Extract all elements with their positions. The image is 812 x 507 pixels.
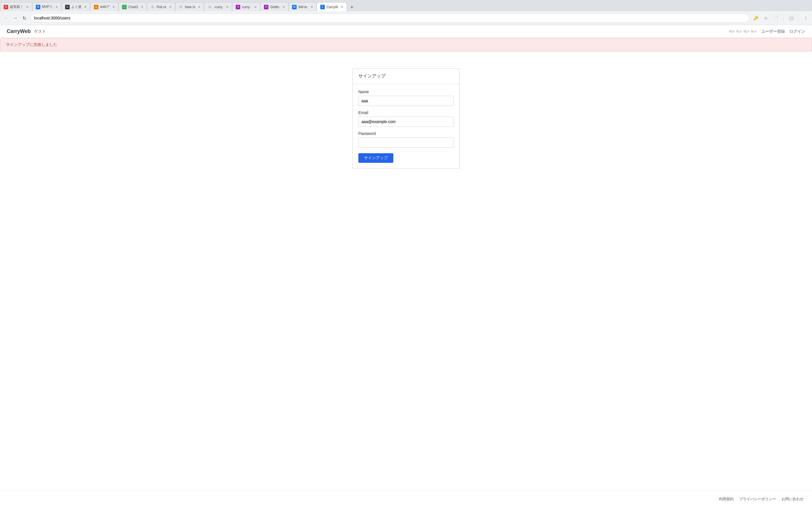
tab-favicon-5: C bbox=[122, 5, 126, 9]
tab-12[interactable]: C CarryW ✕ bbox=[317, 2, 347, 11]
tab-favicon-9: H bbox=[236, 5, 240, 9]
page-footer: 利用規約 プライバシーポリシー お問い合わせ bbox=[0, 491, 812, 507]
back-button[interactable]: ← bbox=[2, 14, 10, 22]
signup-button[interactable]: サインアップ bbox=[358, 153, 393, 163]
tab-label-8: -curry bbox=[214, 5, 223, 9]
bookmark-button[interactable]: ☆ bbox=[762, 14, 770, 22]
tab-4[interactable]: w webア ✕ bbox=[90, 2, 118, 11]
tab-label-10: Gettin bbox=[270, 5, 280, 9]
tab-label-5: ChatG bbox=[128, 5, 138, 9]
password-group: Password bbox=[358, 131, 454, 148]
tab-6[interactable]: ⬡ Pull re ✕ bbox=[147, 2, 175, 11]
tab-close-6[interactable]: ✕ bbox=[168, 5, 172, 9]
main-content: サインアップ Name Email Password サインアップ bbox=[0, 52, 812, 491]
tab-close-2[interactable]: ✕ bbox=[54, 5, 59, 9]
tab-7[interactable]: ⬡ New Is ✕ bbox=[175, 2, 204, 11]
tab-close-8[interactable]: ✕ bbox=[225, 5, 230, 9]
forward-button[interactable]: → bbox=[11, 14, 19, 22]
divider bbox=[783, 15, 783, 21]
menu-button[interactable]: ⋮ bbox=[802, 14, 810, 22]
contact-link[interactable]: お問い合わせ bbox=[781, 497, 804, 502]
tab-favicon-8: ⬡ bbox=[207, 5, 212, 9]
signup-title: サインアップ bbox=[358, 73, 386, 78]
tab-10[interactable]: H Gettin ✕ bbox=[260, 2, 289, 11]
browser-chrome: R 超実践！ ✕ M MVPリ ✕ N よく使 ✕ w webア ✕ C Cha… bbox=[0, 0, 812, 25]
tab-label-6: Pull re bbox=[157, 5, 166, 9]
tab-label-11: We're bbox=[298, 5, 308, 9]
app-header: CarryWeb ゲスト %> %> %> %> ユーザー登録 ログイン bbox=[0, 25, 812, 38]
email-group: Email bbox=[358, 110, 454, 127]
privacy-link[interactable]: プライバシーポリシー bbox=[739, 497, 776, 502]
url-input[interactable] bbox=[34, 16, 746, 20]
tab-1[interactable]: R 超実践！ ✕ bbox=[0, 2, 32, 11]
template-vars: %> %> %> %> bbox=[729, 29, 757, 34]
tab-label-12: CarryW bbox=[326, 5, 338, 9]
tab-close-7[interactable]: ✕ bbox=[197, 5, 201, 9]
tab-close-10[interactable]: ✕ bbox=[282, 5, 286, 9]
tab-favicon-1: R bbox=[4, 5, 8, 9]
tab-favicon-3: N bbox=[65, 5, 70, 9]
password-label: Password bbox=[358, 131, 454, 136]
url-bar[interactable] bbox=[31, 13, 749, 22]
register-link[interactable]: ユーザー登録 bbox=[761, 29, 785, 34]
alert-banner: サインアップに失敗しました bbox=[0, 38, 812, 52]
tab-close-11[interactable]: ✕ bbox=[310, 5, 314, 9]
signup-card: サインアップ Name Email Password サインアップ bbox=[352, 68, 460, 169]
terms-link[interactable]: 利用規約 bbox=[719, 497, 733, 502]
app-header-right: %> %> %> %> ユーザー登録 ログイン bbox=[729, 29, 805, 34]
browser-actions: 🔑 ☆ 📄 ⬜ ⋮ bbox=[752, 14, 810, 22]
tab-close-4[interactable]: ✕ bbox=[111, 5, 116, 9]
app-header-left: CarryWeb ゲスト bbox=[7, 29, 46, 34]
divider-2 bbox=[798, 15, 799, 21]
tab-3[interactable]: N よく使 ✕ bbox=[61, 2, 90, 11]
tab-close-5[interactable]: ✕ bbox=[140, 5, 144, 9]
tab-2[interactable]: M MVPリ ✕ bbox=[32, 2, 61, 11]
address-bar: ← → ↻ 🔑 ☆ 📄 ⬜ ⋮ bbox=[0, 11, 812, 25]
app-user: ゲスト bbox=[34, 29, 46, 34]
tab-8[interactable]: ⬡ -curry ✕ bbox=[204, 2, 232, 11]
tab-bar: R 超実践！ ✕ M MVPリ ✕ N よく使 ✕ w webア ✕ C Cha… bbox=[0, 0, 812, 11]
password-input[interactable] bbox=[358, 137, 454, 148]
name-group: Name bbox=[358, 90, 454, 106]
tab-close-12[interactable]: ✕ bbox=[340, 5, 344, 9]
reload-button[interactable]: ↻ bbox=[20, 14, 28, 22]
tab-5[interactable]: C ChatG ✕ bbox=[118, 2, 147, 11]
app-logo: CarryWeb bbox=[7, 29, 31, 34]
signup-card-body: Name Email Password サインアップ bbox=[353, 84, 459, 168]
signup-card-header: サインアップ bbox=[353, 69, 459, 84]
tab-label-2: MVPリ bbox=[42, 4, 53, 9]
password-manager-icon[interactable]: 🔑 bbox=[752, 14, 760, 22]
split-view-button[interactable]: ⬜ bbox=[787, 14, 795, 22]
page: CarryWeb ゲスト %> %> %> %> ユーザー登録 ログイン サイン… bbox=[0, 25, 812, 507]
login-link[interactable]: ログイン bbox=[790, 29, 805, 34]
tab-9[interactable]: H curry- ✕ bbox=[232, 2, 260, 11]
tab-favicon-12: C bbox=[320, 5, 325, 9]
tab-label-9: curry- bbox=[242, 5, 252, 9]
alert-message: サインアップに失敗しました bbox=[6, 42, 57, 47]
email-input[interactable] bbox=[358, 117, 454, 127]
email-label: Email bbox=[358, 110, 454, 115]
tab-favicon-6: ⬡ bbox=[151, 5, 155, 9]
new-tab-button[interactable]: + bbox=[348, 3, 356, 11]
tab-label-1: 超実践！ bbox=[10, 4, 23, 9]
tab-favicon-2: M bbox=[36, 5, 40, 9]
tab-label-4: webア bbox=[100, 4, 110, 9]
name-input[interactable] bbox=[358, 96, 454, 106]
tab-favicon-4: w bbox=[94, 5, 98, 9]
tab-close-9[interactable]: ✕ bbox=[253, 5, 258, 9]
tab-favicon-11: W bbox=[292, 5, 297, 9]
name-label: Name bbox=[358, 90, 454, 94]
tab-close-1[interactable]: ✕ bbox=[25, 5, 30, 9]
tab-11[interactable]: W We're ✕ bbox=[289, 2, 317, 11]
tab-favicon-10: H bbox=[264, 5, 268, 9]
tab-label-3: よく使 bbox=[71, 4, 82, 9]
reader-mode-button[interactable]: 📄 bbox=[772, 14, 780, 22]
tab-label-7: New Is bbox=[185, 5, 195, 9]
nav-buttons: ← → ↻ bbox=[2, 14, 28, 22]
tab-close-3[interactable]: ✕ bbox=[83, 5, 88, 9]
tab-favicon-7: ⬡ bbox=[179, 5, 183, 9]
